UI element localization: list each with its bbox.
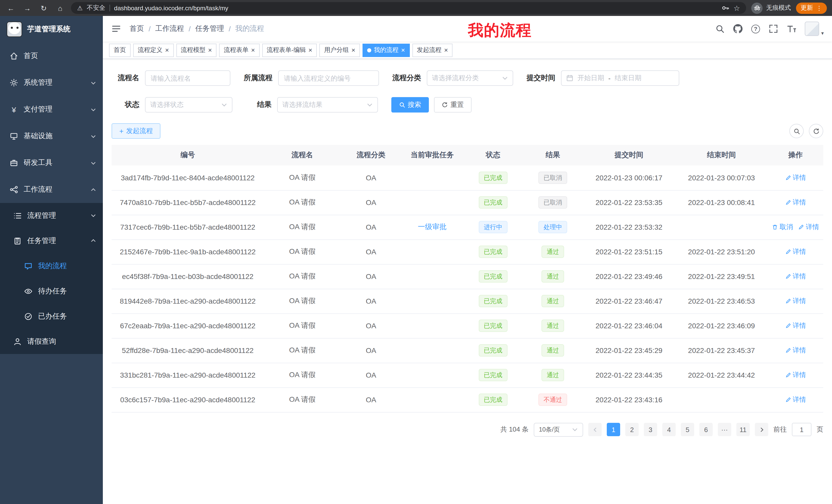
browser-menu-icon[interactable]: ⋮ — [816, 4, 822, 11]
url-text[interactable]: dashboard.yudao.iocoder.cn/bpm/task/my — [114, 4, 718, 11]
chevron-down-icon — [90, 107, 96, 112]
refresh-table-button[interactable] — [809, 124, 823, 138]
sidebar-item-infrastructure[interactable]: 基础设施 — [0, 123, 103, 149]
detail-link[interactable]: 详情 — [785, 247, 806, 256]
close-icon[interactable]: × — [309, 47, 312, 53]
result-badge: 通过 — [542, 246, 564, 258]
back-icon[interactable]: ← — [5, 2, 17, 13]
close-icon[interactable]: × — [165, 47, 169, 53]
monitor-icon — [10, 132, 18, 140]
page-button-3[interactable]: 3 — [644, 423, 657, 436]
page-button-5[interactable]: 5 — [681, 423, 694, 436]
start-process-button[interactable]: + 发起流程 — [111, 123, 160, 139]
update-button[interactable]: 更新 ⋮ — [796, 2, 827, 13]
breadcrumb-workflow[interactable]: 工作流程 — [155, 24, 184, 33]
cell-id: 7470a810-7b9b-11ec-b5b7-acde48001122 — [111, 190, 264, 215]
jump-prefix: 前往 — [773, 425, 787, 434]
cell-id: 52ffd28e-7b9a-11ec-a290-acde48001122 — [111, 338, 264, 363]
sidebar-item-payment-mgmt[interactable]: ¥ 支付管理 — [0, 96, 103, 123]
col-current-task: 当前审批任务 — [401, 145, 463, 165]
col-end-time: 结束时间 — [675, 145, 768, 165]
page-button-11[interactable]: 11 — [736, 423, 750, 436]
breadcrumb-task-mgmt[interactable]: 任务管理 — [196, 24, 224, 33]
close-icon[interactable]: × — [444, 47, 448, 53]
chevron-left-icon — [592, 427, 598, 432]
status-badge: 已完成 — [479, 295, 508, 307]
cell-result: 通过 — [523, 240, 583, 264]
detail-link[interactable]: 详情 — [785, 370, 806, 380]
page-button-2[interactable]: 2 — [625, 423, 639, 436]
close-icon[interactable]: × — [401, 47, 405, 53]
hamburger-icon[interactable] — [111, 24, 121, 34]
detail-link[interactable]: 详情 — [785, 198, 806, 207]
submit-time-range-picker[interactable]: 开始日期 - 结束日期 — [561, 71, 679, 86]
page-button-1[interactable]: 1 — [607, 423, 620, 436]
show-search-button[interactable] — [789, 124, 804, 138]
address-bar[interactable]: ⚠ 不安全 dashboard.yudao.iocoder.cn/bpm/tas… — [71, 2, 746, 14]
process-def-input[interactable] — [278, 71, 379, 86]
user-menu[interactable]: ▾ — [805, 22, 824, 36]
tab-start-process[interactable]: 发起流程× — [412, 44, 452, 57]
detail-link[interactable]: 详情 — [785, 272, 806, 281]
close-icon[interactable]: × — [352, 47, 355, 53]
process-name-input[interactable] — [145, 71, 230, 86]
sidebar-item-workflow[interactable]: 工作流程 — [0, 176, 103, 203]
tab-process-form[interactable]: 流程表单× — [219, 44, 259, 57]
page-button-6[interactable]: 6 — [699, 423, 713, 436]
search-icon[interactable] — [715, 24, 725, 33]
update-label: 更新 — [801, 4, 813, 12]
github-icon[interactable] — [733, 24, 743, 33]
category-select[interactable]: 请选择流程分类 — [427, 71, 513, 86]
tab-user-group[interactable]: 用户分组× — [319, 44, 360, 57]
sidebar-item-leave-query[interactable]: 请假查询 — [0, 329, 103, 354]
jump-page-input[interactable] — [792, 423, 811, 436]
breadcrumb-home[interactable]: 首页 — [130, 24, 144, 33]
detail-link[interactable]: 详情 — [785, 321, 806, 330]
help-icon[interactable]: ? — [751, 24, 760, 33]
prev-page-button[interactable] — [588, 423, 602, 436]
more-pages-button[interactable]: ··· — [718, 423, 731, 436]
tab-process-definition[interactable]: 流程定义× — [133, 44, 174, 57]
detail-link[interactable]: 详情 — [785, 395, 806, 404]
detail-link[interactable]: 详情 — [785, 297, 806, 306]
current-task-link[interactable]: 一级审批 — [418, 222, 447, 231]
tab-process-model[interactable]: 流程模型× — [176, 44, 216, 57]
tab-my-process[interactable]: 我的流程× — [363, 44, 410, 57]
status-select[interactable]: 请选择状态 — [145, 97, 232, 113]
forward-icon[interactable]: → — [22, 2, 33, 13]
next-page-button[interactable] — [755, 423, 768, 436]
page-size-select[interactable]: 10条/页 — [534, 423, 583, 437]
security-label[interactable]: 不安全 — [87, 4, 105, 12]
detail-link[interactable]: 详情 — [798, 222, 819, 232]
sidebar-item-done-tasks[interactable]: 已办任务 — [0, 304, 103, 329]
cell-actions: 详情 — [768, 165, 823, 190]
tab-process-form-edit[interactable]: 流程表单-编辑× — [262, 44, 317, 57]
fullscreen-icon[interactable] — [769, 24, 778, 33]
detail-link[interactable]: 详情 — [785, 173, 806, 183]
reload-icon[interactable]: ↻ — [38, 2, 49, 13]
result-select[interactable]: 请选择流结果 — [277, 97, 378, 113]
close-icon[interactable]: × — [251, 47, 255, 53]
detail-link[interactable]: 详情 — [785, 346, 806, 355]
sidebar-item-my-process[interactable]: 我的流程 — [0, 253, 103, 278]
cancel-link[interactable]: 取消 — [772, 222, 793, 232]
home-icon[interactable]: ⌂ — [54, 2, 66, 13]
font-size-icon[interactable] — [787, 24, 796, 33]
tab-home[interactable]: 首页 — [109, 44, 131, 57]
key-icon[interactable] — [722, 4, 729, 12]
sidebar-item-todo-tasks[interactable]: 待办任务 — [0, 278, 103, 304]
page-button-4[interactable]: 4 — [662, 423, 676, 436]
link-label: 详情 — [793, 247, 806, 256]
sidebar-item-home[interactable]: 首页 — [0, 43, 103, 69]
cell-category: OA — [341, 190, 401, 215]
reset-button[interactable]: 重置 — [434, 97, 471, 113]
home-menu-icon — [10, 52, 18, 60]
close-icon[interactable]: × — [208, 47, 212, 53]
sidebar-item-task-mgmt[interactable]: 任务管理 — [0, 228, 103, 253]
bookmark-star-icon[interactable]: ☆ — [733, 4, 740, 12]
cell-task — [401, 338, 463, 363]
sidebar-item-process-mgmt[interactable]: 流程管理 — [0, 203, 103, 228]
sidebar-item-dev-tools[interactable]: 研发工具 — [0, 149, 103, 176]
search-button[interactable]: 搜索 — [391, 97, 429, 113]
sidebar-item-system-mgmt[interactable]: 系统管理 — [0, 69, 103, 96]
